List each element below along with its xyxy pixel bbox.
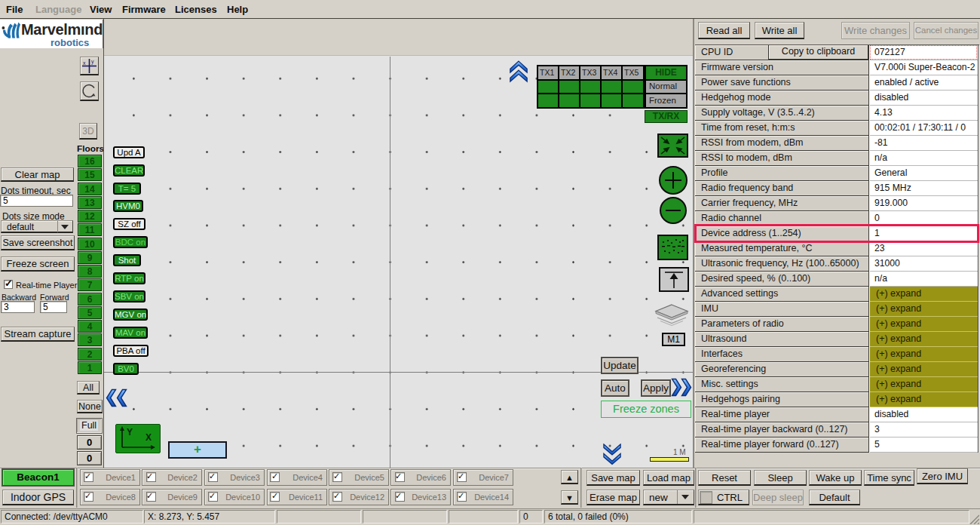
- svg-text:y: y: [91, 59, 94, 65]
- svg-text:X: X: [145, 432, 152, 443]
- svg-text:x: x: [83, 60, 86, 66]
- svg-text:Y: Y: [127, 427, 133, 438]
